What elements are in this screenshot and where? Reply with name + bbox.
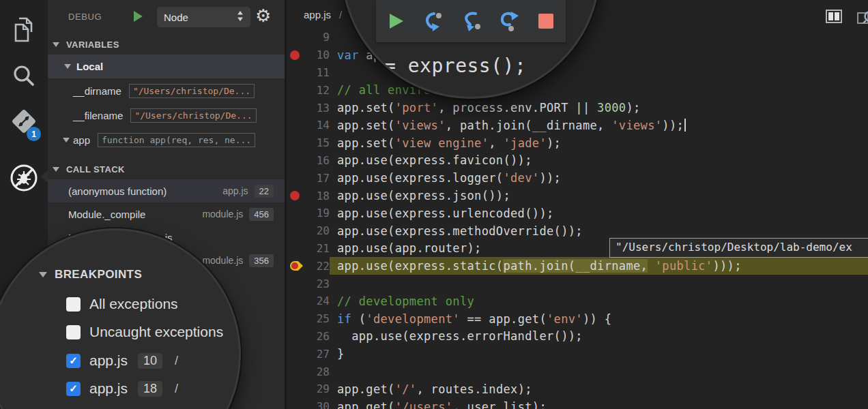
continue-icon[interactable] xyxy=(386,11,406,31)
line-number[interactable]: 11 xyxy=(305,66,330,79)
breakpoint-gutter[interactable] xyxy=(287,292,305,310)
start-debug-button[interactable] xyxy=(132,10,144,26)
tab-filename[interactable]: app.js xyxy=(304,9,331,20)
line-number[interactable]: 10 xyxy=(305,48,330,61)
variable-row[interactable]: __filename"/Users/christop/De... xyxy=(48,103,285,127)
launch-config-select[interactable]: Node xyxy=(157,7,250,27)
breakpoint-gutter[interactable] xyxy=(287,152,305,170)
breakpoint-gutter[interactable] xyxy=(287,345,305,363)
checkbox[interactable]: ✓ xyxy=(66,382,81,396)
code-line[interactable]: 28 xyxy=(287,363,868,380)
code-line[interactable]: 26 app.use(express.errorHandler()); xyxy=(287,328,868,346)
line-number[interactable]: 13 xyxy=(305,102,330,115)
scope-local-row[interactable]: Local xyxy=(48,55,285,78)
breakpoint-gutter[interactable] xyxy=(287,222,305,240)
search-icon[interactable] xyxy=(0,63,48,90)
variable-row[interactable]: __dirname"/Users/christop/De... xyxy=(48,78,285,103)
breakpoint-gutter[interactable] xyxy=(287,117,305,134)
breakpoint-gutter[interactable] xyxy=(287,29,305,46)
breakpoint-gutter[interactable] xyxy=(287,363,305,380)
section-title: VARIABLES xyxy=(66,40,119,50)
line-number[interactable]: 14 xyxy=(305,119,330,132)
code-line[interactable]: 15app.set('view engine', 'jade'); xyxy=(287,134,868,152)
call-stack-section-header[interactable]: CALL STACK xyxy=(48,159,285,179)
breakpoint-gutter[interactable] xyxy=(287,187,305,204)
debug-header: DEBUG Node ⚙ xyxy=(48,0,285,34)
code-line[interactable]: 18app.use(express.json()); xyxy=(287,187,868,204)
line-number[interactable]: 28 xyxy=(305,365,330,378)
variable-name: app xyxy=(73,134,90,146)
split-editor-icon[interactable] xyxy=(826,10,842,26)
breakpoint-gutter[interactable] xyxy=(287,310,305,328)
editor-search-icon[interactable] xyxy=(857,10,868,29)
step-into-icon[interactable] xyxy=(461,10,482,32)
gear-icon[interactable]: ⚙ xyxy=(255,5,271,26)
breakpoint-gutter[interactable] xyxy=(287,64,305,82)
line-number[interactable]: 27 xyxy=(305,348,330,361)
code-line[interactable]: 14app.set('views', path.join(__dirname, … xyxy=(287,117,868,134)
code-line[interactable]: 30app.get('/users', user.list); xyxy=(287,398,868,409)
sidebar-editor-divider[interactable] xyxy=(285,0,287,409)
line-number[interactable]: 15 xyxy=(305,136,330,149)
breakpoint-row[interactable]: ✓app.js10/ xyxy=(66,352,178,369)
breakpoint-gutter[interactable] xyxy=(287,46,305,64)
line-number[interactable]: 19 xyxy=(305,207,330,219)
breakpoint-gutter[interactable] xyxy=(287,204,305,222)
line-number[interactable]: 12 xyxy=(305,84,330,97)
line-number[interactable]: 25 xyxy=(305,312,330,325)
checkbox[interactable]: ✓ xyxy=(66,354,81,368)
code-line[interactable]: 29app.get('/', routes.index); xyxy=(287,380,868,398)
code-line[interactable]: 16app.use(express.favicon()); xyxy=(287,152,868,170)
line-number[interactable]: 9 xyxy=(305,31,330,44)
breakpoint-row[interactable]: All exceptions xyxy=(66,296,178,312)
breakpoint-row[interactable]: Uncaught exceptions xyxy=(66,324,223,340)
breakpoints-section-header[interactable]: BREAKPOINTS xyxy=(39,268,142,282)
breakpoint-gutter[interactable] xyxy=(287,275,305,292)
line-number[interactable]: 23 xyxy=(305,277,330,290)
code-line[interactable]: 25if ('development' == app.get('env')) { xyxy=(287,310,868,328)
line-number[interactable]: 29 xyxy=(305,382,330,395)
twistie-icon xyxy=(39,272,47,277)
checkbox[interactable] xyxy=(66,325,81,339)
line-number[interactable]: 30 xyxy=(305,400,330,409)
breakpoint-gutter[interactable] xyxy=(287,240,305,258)
breakpoint-gutter[interactable] xyxy=(287,81,305,99)
breakpoint-gutter[interactable] xyxy=(287,380,305,398)
line-number[interactable]: 17 xyxy=(305,172,330,185)
stop-icon[interactable] xyxy=(537,12,555,30)
variable-row[interactable]: appfunction app(req, res, ne... xyxy=(48,127,285,152)
code-line[interactable]: 11 xyxy=(287,64,868,82)
code-line[interactable]: 19app.use(express.urlencoded()); xyxy=(287,204,868,222)
line-number[interactable]: 18 xyxy=(305,190,330,202)
checkbox[interactable] xyxy=(66,297,81,312)
line-number[interactable]: 26 xyxy=(305,330,330,343)
frame-line-badge: 22 xyxy=(255,185,274,198)
breakpoint-gutter[interactable] xyxy=(287,134,305,152)
code-line[interactable]: 12// all environments xyxy=(287,81,868,99)
line-number[interactable]: 24 xyxy=(305,294,330,307)
breakpoint-gutter[interactable] xyxy=(287,398,305,409)
line-number[interactable]: 22 xyxy=(305,260,330,273)
code-line[interactable]: 22app.use(express.static(path.join(__dir… xyxy=(287,257,868,275)
breakpoint-gutter[interactable] xyxy=(287,169,305,187)
step-out-icon[interactable] xyxy=(499,10,521,32)
git-icon[interactable]: 1 xyxy=(0,108,48,138)
code-line[interactable]: 13app.set('port', process.env.PORT || 30… xyxy=(287,99,868,117)
breakpoint-gutter[interactable] xyxy=(287,99,305,117)
code-line[interactable]: 23 xyxy=(287,275,868,292)
breakpoint-row[interactable]: ✓app.js18/ xyxy=(66,380,178,397)
line-number[interactable]: 16 xyxy=(305,154,330,167)
line-number[interactable]: 21 xyxy=(305,242,330,255)
breakpoint-gutter[interactable] xyxy=(287,257,305,275)
call-stack-row[interactable]: (anonymous function)app.js22 xyxy=(48,179,285,202)
step-over-icon[interactable] xyxy=(422,10,444,32)
line-number[interactable]: 20 xyxy=(305,224,330,237)
code-line[interactable]: 17app.use(express.logger('dev')); xyxy=(287,169,868,187)
code-line[interactable]: 20app.use(express.methodOverride()); xyxy=(287,222,868,240)
call-stack-row[interactable]: Module._compilemodule.js456 xyxy=(48,202,285,226)
files-icon[interactable] xyxy=(0,16,48,44)
variables-section-header[interactable]: VARIABLES xyxy=(48,34,285,55)
code-line[interactable]: 24// development only xyxy=(287,292,868,310)
breakpoint-gutter[interactable] xyxy=(287,328,305,346)
code-line[interactable]: 27} xyxy=(287,345,868,363)
